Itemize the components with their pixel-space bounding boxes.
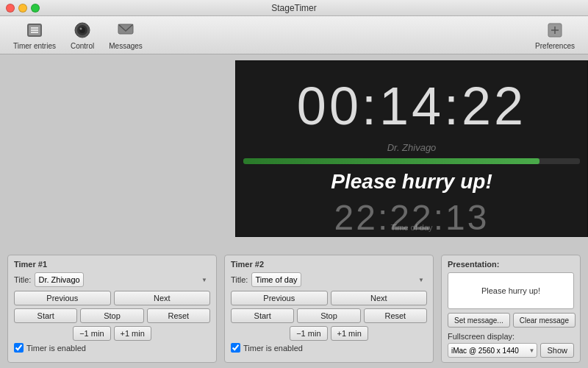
timer2-panel: Timer #2 Title: Time of day ▼ Previous N… xyxy=(224,255,434,363)
display-select-wrapper: iMac @ 2560 x 1440 ▼ xyxy=(448,343,537,358)
timer2-start-button[interactable]: Start xyxy=(231,308,294,323)
traffic-lights xyxy=(6,4,40,13)
timer1-enabled-checkbox[interactable] xyxy=(14,343,24,353)
timer1-next-button[interactable]: Next xyxy=(114,291,211,305)
timer1-start-button[interactable]: Start xyxy=(14,308,77,323)
timer2-title-row: Title: Time of day ▼ xyxy=(231,272,427,287)
timer1-adj-row: −1 min +1 min xyxy=(14,326,210,341)
timer1-title-label: Title: xyxy=(14,275,31,284)
fullscreen-label: Fullscreen display: xyxy=(448,332,574,341)
progress-bar-fill xyxy=(243,158,539,164)
presentation-panel-title: Presentation: xyxy=(448,260,574,269)
timer1-title-select[interactable]: Dr. Zhivago xyxy=(35,272,84,287)
toolbar-label-preferences: Preferences xyxy=(535,42,575,50)
timer2-panel-title: Timer #2 xyxy=(231,260,427,269)
timer2-previous-button[interactable]: Previous xyxy=(231,291,328,305)
camera-icon xyxy=(72,20,93,40)
timer1-previous-button[interactable]: Previous xyxy=(14,291,111,305)
timer2-title-label: Title: xyxy=(231,275,248,284)
toolbar-item-preferences[interactable]: Preferences xyxy=(529,17,581,53)
timer1-enabled-row: Timer is enabled xyxy=(14,343,210,353)
timer2-enabled-checkbox[interactable] xyxy=(231,343,240,353)
timer2-plus-button[interactable]: +1 min xyxy=(331,326,368,341)
toolbar-item-timer-entries[interactable]: Timer entries xyxy=(7,17,62,53)
timer1-enabled-label: Timer is enabled xyxy=(26,344,86,353)
chevron-down-icon-2: ▼ xyxy=(418,277,424,283)
timer1-plus-button[interactable]: +1 min xyxy=(114,326,151,341)
timer2-title-select-wrapper: Time of day ▼ xyxy=(251,272,427,287)
timer2-reset-button[interactable]: Reset xyxy=(364,308,427,323)
main-timer-display: 00:14:22 xyxy=(236,76,587,136)
timer-label-bottom: Time of day xyxy=(236,223,587,232)
timer2-minus-button[interactable]: −1 min xyxy=(290,326,327,341)
window-title: StageTimer xyxy=(271,3,317,13)
timer2-stop-button[interactable]: Stop xyxy=(297,308,360,323)
timer1-title-row: Title: Dr. Zhivago ▼ xyxy=(14,272,210,287)
message-icon xyxy=(115,20,136,40)
fullscreen-row: iMac @ 2560 x 1440 ▼ Show xyxy=(448,343,574,358)
toolbar-label-messages: Messages xyxy=(109,42,143,50)
title-bar: StageTimer xyxy=(0,0,588,16)
toolbar: Timer entries Control Messag xyxy=(0,16,588,54)
preview-wrapper: 00:14:22 Dr. Zhivago Please hurry up! 22… xyxy=(0,60,588,250)
toolbar-item-messages[interactable]: Messages xyxy=(103,17,148,53)
prefs-icon xyxy=(545,20,565,40)
preview-area: 00:14:22 Dr. Zhivago Please hurry up! 22… xyxy=(235,60,588,237)
toolbar-item-control[interactable]: Control xyxy=(65,17,100,53)
message-preview-text: Please hurry up! xyxy=(481,286,540,295)
timer1-reset-button[interactable]: Reset xyxy=(147,308,210,323)
timer1-panel: Timer #1 Title: Dr. Zhivago ▼ Previous N… xyxy=(7,255,217,363)
message-display: Please hurry up! xyxy=(236,170,587,194)
close-button[interactable] xyxy=(6,4,15,13)
message-preview-box: Please hurry up! xyxy=(448,272,574,309)
svg-point-7 xyxy=(80,28,82,30)
clear-message-button[interactable]: Clear message xyxy=(513,313,576,328)
maximize-button[interactable] xyxy=(31,4,40,13)
timer2-nav-row: Previous Next xyxy=(231,291,427,305)
timer1-control-row: Start Stop Reset xyxy=(14,308,210,323)
timer2-next-button[interactable]: Next xyxy=(331,291,428,305)
set-message-button[interactable]: Set message... xyxy=(448,313,510,328)
timer2-control-row: Start Stop Reset xyxy=(231,308,427,323)
timer2-title-select[interactable]: Time of day xyxy=(251,272,301,287)
minimize-button[interactable] xyxy=(18,4,27,13)
timer1-stop-button[interactable]: Stop xyxy=(80,308,143,323)
presentation-panel: Presentation: Please hurry up! Set messa… xyxy=(441,255,581,363)
list-icon xyxy=(24,20,45,40)
progress-bar-container xyxy=(243,158,580,164)
timer1-minus-button[interactable]: −1 min xyxy=(73,326,110,341)
timer2-enabled-label: Timer is enabled xyxy=(243,344,303,353)
chevron-down-icon: ▼ xyxy=(201,277,207,283)
toolbar-label-timer-entries: Timer entries xyxy=(13,42,56,50)
show-button[interactable]: Show xyxy=(540,343,574,358)
controls-area: Timer #1 Title: Dr. Zhivago ▼ Previous N… xyxy=(0,250,588,367)
timer2-adj-row: −1 min +1 min xyxy=(231,326,427,341)
timer1-panel-title: Timer #1 xyxy=(14,260,210,269)
toolbar-label-control: Control xyxy=(71,42,94,50)
timer1-nav-row: Previous Next xyxy=(14,291,210,305)
display-select[interactable]: iMac @ 2560 x 1440 xyxy=(448,343,537,358)
timer1-title-select-wrapper: Dr. Zhivago ▼ xyxy=(35,272,210,287)
msg-btn-row: Set message... Clear message xyxy=(448,313,574,328)
timer2-enabled-row: Timer is enabled xyxy=(231,343,427,353)
speaker-name-display: Dr. Zhivago xyxy=(236,142,587,153)
toolbar-items: Timer entries Control Messag xyxy=(7,17,148,53)
